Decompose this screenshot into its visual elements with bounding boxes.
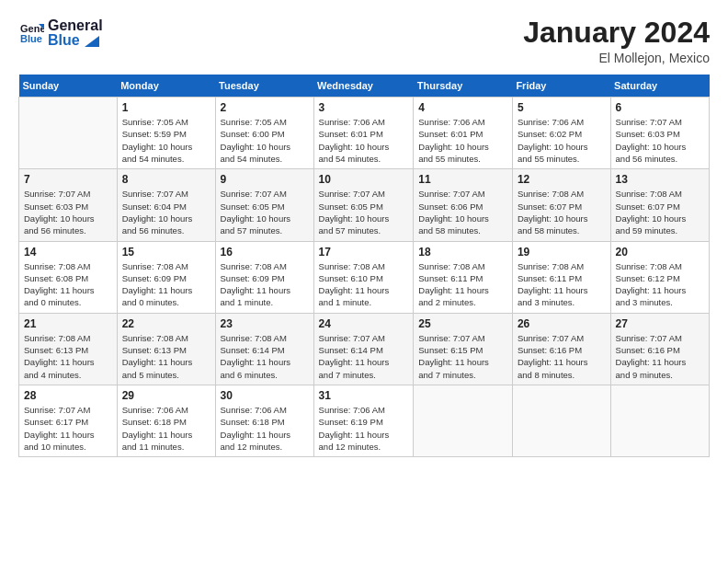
calendar-week-2: 14Sunrise: 7:08 AM Sunset: 6:08 PM Dayli… xyxy=(19,241,710,313)
day-info: Sunrise: 7:08 AM Sunset: 6:08 PM Dayligh… xyxy=(24,260,112,309)
calendar-table: Sunday Monday Tuesday Wednesday Thursday… xyxy=(18,75,710,457)
header-sunday: Sunday xyxy=(19,75,118,98)
calendar-cell: 1Sunrise: 7:05 AM Sunset: 5:59 PM Daylig… xyxy=(117,98,215,169)
day-info: Sunrise: 7:06 AM Sunset: 6:02 PM Dayligh… xyxy=(518,116,606,165)
day-info: Sunrise: 7:08 AM Sunset: 6:11 PM Dayligh… xyxy=(518,260,606,309)
day-info: Sunrise: 7:07 AM Sunset: 6:16 PM Dayligh… xyxy=(616,332,704,381)
day-info: Sunrise: 7:05 AM Sunset: 5:59 PM Dayligh… xyxy=(122,116,210,165)
day-number: 2 xyxy=(221,101,309,114)
calendar-cell: 7Sunrise: 7:07 AM Sunset: 6:03 PM Daylig… xyxy=(19,169,118,241)
header-tuesday: Tuesday xyxy=(215,75,313,98)
day-number: 11 xyxy=(418,173,507,186)
day-number: 6 xyxy=(616,101,704,114)
header-row: Sunday Monday Tuesday Wednesday Thursday… xyxy=(19,75,710,98)
day-number: 15 xyxy=(122,246,210,259)
day-number: 12 xyxy=(518,173,606,186)
calendar-cell: 18Sunrise: 7:08 AM Sunset: 6:11 PM Dayli… xyxy=(414,241,513,313)
calendar-cell: 17Sunrise: 7:08 AM Sunset: 6:10 PM Dayli… xyxy=(313,241,414,313)
logo: General Blue General Blue xyxy=(18,17,103,49)
day-number: 21 xyxy=(24,317,112,330)
day-number: 23 xyxy=(221,317,309,330)
page: General Blue General Blue January 2024 E… xyxy=(0,0,728,466)
svg-marker-4 xyxy=(85,36,99,47)
month-title: January 2024 xyxy=(523,17,710,49)
day-info: Sunrise: 7:07 AM Sunset: 6:15 PM Dayligh… xyxy=(418,332,507,381)
header: General Blue General Blue January 2024 E… xyxy=(18,17,710,65)
day-number: 29 xyxy=(122,389,210,402)
calendar-cell: 9Sunrise: 7:07 AM Sunset: 6:05 PM Daylig… xyxy=(215,169,313,241)
calendar-cell: 5Sunrise: 7:06 AM Sunset: 6:02 PM Daylig… xyxy=(512,98,610,169)
day-info: Sunrise: 7:07 AM Sunset: 6:05 PM Dayligh… xyxy=(319,188,409,236)
calendar-cell: 3Sunrise: 7:06 AM Sunset: 6:01 PM Daylig… xyxy=(313,98,414,169)
calendar-cell xyxy=(610,385,709,456)
calendar-cell xyxy=(512,385,610,456)
header-saturday: Saturday xyxy=(610,75,709,98)
calendar-cell: 13Sunrise: 7:08 AM Sunset: 6:07 PM Dayli… xyxy=(610,169,709,241)
calendar-week-4: 28Sunrise: 7:07 AM Sunset: 6:17 PM Dayli… xyxy=(19,385,710,456)
calendar-cell: 12Sunrise: 7:08 AM Sunset: 6:07 PM Dayli… xyxy=(512,169,610,241)
logo-blue: Blue xyxy=(48,31,103,49)
day-number: 10 xyxy=(319,173,409,186)
calendar-cell: 10Sunrise: 7:07 AM Sunset: 6:05 PM Dayli… xyxy=(313,169,414,241)
header-thursday: Thursday xyxy=(414,75,513,98)
day-info: Sunrise: 7:06 AM Sunset: 6:18 PM Dayligh… xyxy=(122,404,210,453)
day-number: 22 xyxy=(122,317,210,330)
day-info: Sunrise: 7:07 AM Sunset: 6:16 PM Dayligh… xyxy=(518,332,606,381)
day-info: Sunrise: 7:06 AM Sunset: 6:19 PM Dayligh… xyxy=(319,404,409,453)
calendar-cell: 29Sunrise: 7:06 AM Sunset: 6:18 PM Dayli… xyxy=(117,385,215,456)
day-number: 13 xyxy=(616,173,704,186)
day-info: Sunrise: 7:07 AM Sunset: 6:04 PM Dayligh… xyxy=(122,188,210,236)
calendar-cell: 11Sunrise: 7:07 AM Sunset: 6:06 PM Dayli… xyxy=(414,169,513,241)
calendar-cell: 26Sunrise: 7:07 AM Sunset: 6:16 PM Dayli… xyxy=(512,313,610,385)
calendar-cell: 8Sunrise: 7:07 AM Sunset: 6:04 PM Daylig… xyxy=(117,169,215,241)
calendar-cell xyxy=(19,98,118,169)
svg-text:Blue: Blue xyxy=(20,33,42,44)
day-number: 18 xyxy=(418,246,507,259)
day-info: Sunrise: 7:07 AM Sunset: 6:03 PM Dayligh… xyxy=(24,188,112,236)
calendar-cell: 6Sunrise: 7:07 AM Sunset: 6:03 PM Daylig… xyxy=(610,98,709,169)
day-info: Sunrise: 7:08 AM Sunset: 6:07 PM Dayligh… xyxy=(518,188,606,236)
header-monday: Monday xyxy=(117,75,215,98)
day-number: 28 xyxy=(24,389,112,402)
day-info: Sunrise: 7:08 AM Sunset: 6:10 PM Dayligh… xyxy=(319,260,409,309)
day-number: 30 xyxy=(221,389,309,402)
calendar-cell: 14Sunrise: 7:08 AM Sunset: 6:08 PM Dayli… xyxy=(19,241,118,313)
day-number: 24 xyxy=(319,317,409,330)
day-number: 1 xyxy=(122,101,210,114)
logo-icon: General Blue xyxy=(18,20,44,46)
calendar-cell: 27Sunrise: 7:07 AM Sunset: 6:16 PM Dayli… xyxy=(610,313,709,385)
header-wednesday: Wednesday xyxy=(313,75,414,98)
header-friday: Friday xyxy=(512,75,610,98)
calendar-week-1: 7Sunrise: 7:07 AM Sunset: 6:03 PM Daylig… xyxy=(19,169,710,241)
day-info: Sunrise: 7:08 AM Sunset: 6:13 PM Dayligh… xyxy=(122,332,210,381)
calendar-cell: 2Sunrise: 7:05 AM Sunset: 6:00 PM Daylig… xyxy=(215,98,313,169)
day-info: Sunrise: 7:06 AM Sunset: 6:01 PM Dayligh… xyxy=(319,116,409,165)
calendar-cell: 19Sunrise: 7:08 AM Sunset: 6:11 PM Dayli… xyxy=(512,241,610,313)
day-number: 8 xyxy=(122,173,210,186)
title-area: January 2024 El Mollejon, Mexico xyxy=(523,17,710,65)
day-number: 31 xyxy=(319,389,409,402)
day-info: Sunrise: 7:07 AM Sunset: 6:17 PM Dayligh… xyxy=(24,404,112,453)
day-info: Sunrise: 7:08 AM Sunset: 6:13 PM Dayligh… xyxy=(24,332,112,381)
day-number: 7 xyxy=(24,173,112,186)
calendar-cell: 21Sunrise: 7:08 AM Sunset: 6:13 PM Dayli… xyxy=(19,313,118,385)
calendar-cell: 24Sunrise: 7:07 AM Sunset: 6:14 PM Dayli… xyxy=(313,313,414,385)
day-info: Sunrise: 7:07 AM Sunset: 6:06 PM Dayligh… xyxy=(418,188,507,236)
calendar-week-3: 21Sunrise: 7:08 AM Sunset: 6:13 PM Dayli… xyxy=(19,313,710,385)
day-info: Sunrise: 7:08 AM Sunset: 6:11 PM Dayligh… xyxy=(418,260,507,309)
location: El Mollejon, Mexico xyxy=(523,51,710,65)
day-number: 27 xyxy=(616,317,704,330)
day-number: 14 xyxy=(24,246,112,259)
calendar-cell xyxy=(414,385,513,456)
calendar-cell: 25Sunrise: 7:07 AM Sunset: 6:15 PM Dayli… xyxy=(414,313,513,385)
day-number: 3 xyxy=(319,101,409,114)
day-info: Sunrise: 7:05 AM Sunset: 6:00 PM Dayligh… xyxy=(221,116,309,165)
day-info: Sunrise: 7:08 AM Sunset: 6:12 PM Dayligh… xyxy=(616,260,704,309)
calendar-cell: 22Sunrise: 7:08 AM Sunset: 6:13 PM Dayli… xyxy=(117,313,215,385)
calendar-cell: 23Sunrise: 7:08 AM Sunset: 6:14 PM Dayli… xyxy=(215,313,313,385)
logo-arrow-icon xyxy=(85,36,99,47)
calendar-cell: 31Sunrise: 7:06 AM Sunset: 6:19 PM Dayli… xyxy=(313,385,414,456)
day-number: 17 xyxy=(319,246,409,259)
day-info: Sunrise: 7:07 AM Sunset: 6:14 PM Dayligh… xyxy=(319,332,409,381)
day-number: 5 xyxy=(518,101,606,114)
